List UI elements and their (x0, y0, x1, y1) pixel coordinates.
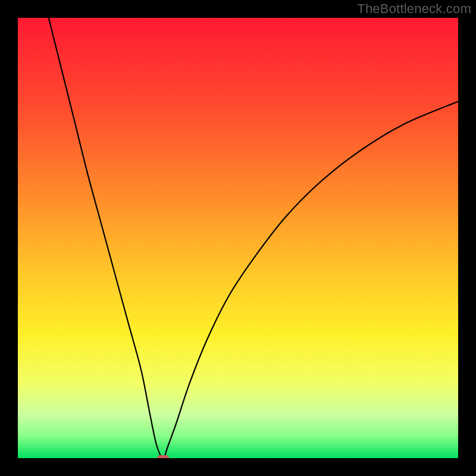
minimum-marker (157, 455, 169, 458)
watermark-text: TheBottleneck.com (357, 1, 471, 17)
bottleneck-curve (18, 18, 458, 458)
chart-frame: TheBottleneck.com (0, 0, 476, 476)
plot-area (18, 18, 458, 458)
